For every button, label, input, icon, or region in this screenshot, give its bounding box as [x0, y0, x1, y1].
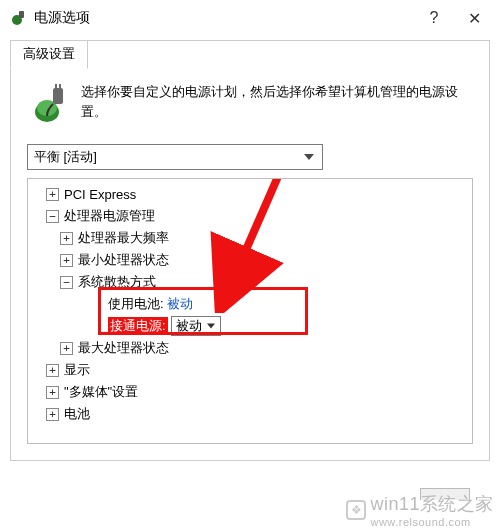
help-button[interactable]: ?: [414, 9, 454, 27]
expand-icon[interactable]: +: [46, 364, 59, 377]
tree-node-system-cooling[interactable]: − 系统散热方式: [32, 271, 472, 293]
expand-icon[interactable]: +: [46, 386, 59, 399]
expand-icon[interactable]: +: [60, 232, 73, 245]
app-icon: [10, 9, 28, 27]
svg-rect-5: [55, 84, 57, 90]
watermark-icon: ❖: [346, 500, 366, 520]
svg-rect-1: [19, 11, 24, 18]
settings-tree[interactable]: + PCI Express − 处理器电源管理 + 处理器最大频率 + 最小处理…: [27, 178, 473, 444]
watermark: ❖ win11系统之家 www.relsound.com: [346, 492, 494, 528]
plugged-in-label: 接通电源:: [108, 317, 168, 335]
tree-node-battery[interactable]: + 电池: [32, 403, 472, 425]
watermark-brand: win11系统之家: [370, 492, 494, 516]
on-battery-label: 使用电池:: [108, 295, 164, 313]
tree-node-display[interactable]: + 显示: [32, 359, 472, 381]
tree-node-plugged-in[interactable]: 接通电源: 被动: [32, 315, 472, 337]
tree-node-on-battery[interactable]: 使用电池: 被动: [32, 293, 472, 315]
collapse-icon[interactable]: −: [46, 210, 59, 223]
power-plan-select-value: 平衡 [活动]: [34, 148, 97, 166]
description-text: 选择你要自定义的电源计划，然后选择你希望计算机管理的电源设置。: [81, 82, 473, 126]
expand-icon[interactable]: +: [60, 342, 73, 355]
tree-node-cpu-min-state[interactable]: + 最小处理器状态: [32, 249, 472, 271]
tree-node-pci-express[interactable]: + PCI Express: [32, 183, 472, 205]
tree-node-cpu-power-mgmt[interactable]: − 处理器电源管理: [32, 205, 472, 227]
expand-icon[interactable]: +: [60, 254, 73, 267]
tree-node-cpu-max-freq[interactable]: + 处理器最大频率: [32, 227, 472, 249]
expand-icon[interactable]: +: [46, 408, 59, 421]
plugged-in-value-combo[interactable]: 被动: [171, 316, 221, 336]
power-plan-icon: [27, 82, 71, 126]
collapse-icon[interactable]: −: [60, 276, 73, 289]
tree-node-multimedia[interactable]: + "多媒体"设置: [32, 381, 472, 403]
tab-strip: 高级设置: [11, 40, 489, 68]
expand-icon[interactable]: +: [46, 188, 59, 201]
tab-body: 选择你要自定义的电源计划，然后选择你希望计算机管理的电源设置。 平衡 [活动] …: [11, 68, 489, 460]
power-plan-select[interactable]: 平衡 [活动]: [27, 144, 323, 170]
tab-advanced-settings[interactable]: 高级设置: [10, 40, 88, 69]
close-button[interactable]: ✕: [454, 9, 494, 28]
tree-node-cpu-max-state[interactable]: + 最大处理器状态: [32, 337, 472, 359]
on-battery-value[interactable]: 被动: [167, 295, 193, 313]
title-bar: 电源选项 ? ✕: [0, 0, 500, 36]
svg-rect-4: [53, 88, 63, 104]
tab-container: 高级设置 选择你要自定义的电源计划，然后选择你希望计算机管理的电源设置。 平衡 …: [10, 40, 490, 461]
window-title: 电源选项: [34, 9, 414, 27]
svg-rect-6: [59, 84, 61, 90]
watermark-url: www.relsound.com: [370, 516, 494, 528]
